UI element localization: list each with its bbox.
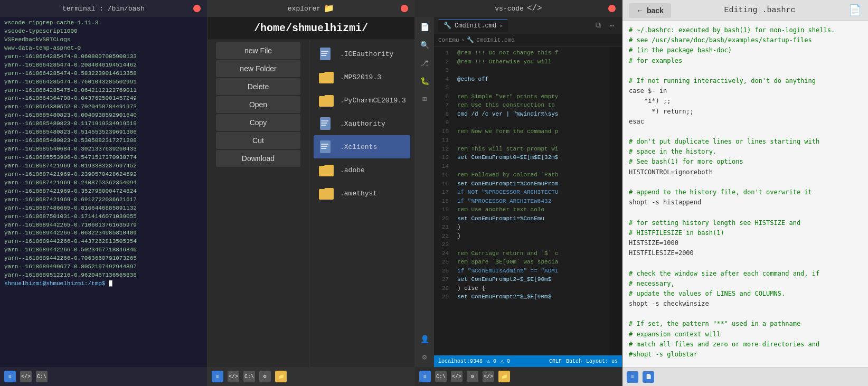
code-line: @rem !!! Do not change this f — [457, 49, 605, 58]
explorer-path: /home/shmuelhizmi/ — [207, 17, 414, 40]
explorer-footer-icon1[interactable]: ≡ — [212, 371, 223, 382]
notepad-content[interactable]: # ~/.bashrc: executed by bash(1) for non… — [622, 21, 868, 367]
svg-rect-2 — [321, 53, 327, 54]
svg-rect-6 — [321, 123, 327, 124]
explorer-titlebar: explorer 📁 — [207, 0, 414, 17]
list-item[interactable]: .ICEauthority — [314, 42, 410, 65]
terminal-line: yarn--1618685540684-0.3021337639260433 — [4, 145, 203, 154]
code-line: rem Use this construction to — [457, 101, 605, 110]
notepad-file-icon[interactable]: 📄 — [643, 371, 654, 383]
download-button[interactable]: Download — [216, 150, 300, 167]
breadcrumb-conemnu: ConEmu — [438, 37, 459, 43]
terminal-line: yarn--1618685480823-0.0040938592901640 — [4, 111, 203, 120]
copy-button[interactable]: Copy — [216, 114, 300, 131]
vscode-close-dot[interactable] — [608, 5, 616, 12]
terminal-title: terminal : /bin/bash — [62, 5, 145, 13]
explorer-footer-icon2[interactable]: </> — [228, 371, 239, 382]
explorer-footer-icon3[interactable]: C:\ — [243, 371, 255, 382]
vscode-footer-icon2[interactable]: C:\ — [435, 371, 447, 382]
terminal-lines-icon[interactable]: ≡ — [4, 371, 16, 382]
vscode-panel: vs-code </> 📄 🔍 ⎇ 🐛 ⊞ 👤 ⚙ 🔧 CmdInit.cmd … — [415, 0, 622, 386]
file-name: .Xclients — [340, 143, 406, 151]
explorer-footer-icon5[interactable]: 📁 — [275, 371, 287, 382]
code-line: ) else { — [457, 284, 605, 293]
notepad-panel: ← back Editing .bashrc 📄 # ~/.bashrc: ex… — [622, 0, 868, 386]
new-file-button[interactable]: new File — [216, 42, 300, 59]
code-line — [457, 162, 605, 171]
vscode-footer-icon1[interactable]: ≡ — [419, 371, 431, 382]
vscode-footer-icon3[interactable]: </> — [451, 371, 463, 382]
extensions-sidebar-icon[interactable]: ⊞ — [419, 93, 430, 105]
terminal-line: yarn--1618685553906-0.5471517370938774 — [4, 154, 203, 162]
cut-button[interactable]: Cut — [216, 132, 300, 149]
settings-sidebar-icon[interactable]: ⚙ — [419, 351, 430, 363]
terminal-line: yarn--1618689442266-0.7063660791073265 — [4, 255, 203, 263]
explorer-close-dot[interactable] — [401, 5, 408, 12]
file-doc-icon — [318, 46, 335, 61]
code-line — [457, 83, 605, 92]
terminal-line: yarn--1618687486665-0.8166446885891132 — [4, 204, 203, 213]
open-button[interactable]: Open — [216, 96, 300, 113]
vscode-tab-cmdinit[interactable]: 🔧 CmdInit.cmd ✕ — [438, 19, 508, 32]
terminal-code-icon[interactable]: </> — [20, 371, 32, 382]
list-item[interactable]: .amethyst — [314, 182, 410, 205]
terminal-line: yarn--1618664285474-0.5832239014613358 — [4, 70, 203, 78]
search-sidebar-icon[interactable]: 🔍 — [419, 39, 430, 51]
list-item[interactable]: .adobe — [314, 158, 410, 182]
notepad-line: # expansion context will — [629, 329, 862, 340]
code-line: if NOT "%PROCESSOR_ARCHITECTU — [457, 188, 605, 197]
notepad-footer: ≡ 📄 — [622, 367, 868, 386]
notepad-line: # see /usr/share/doc/bash/examples/start… — [629, 35, 862, 45]
list-item[interactable]: .MPS2019.3 — [314, 65, 410, 89]
list-item[interactable]: .Xclients — [314, 135, 410, 158]
notepad-footer-icon1[interactable]: ≡ — [627, 371, 638, 383]
back-button-label: back — [647, 6, 664, 15]
terminal-line: yarn--1618687421969-0.2408753362354094 — [4, 179, 203, 187]
terminal-cmd-icon[interactable]: C:\ — [36, 371, 48, 382]
breadcrumb-file: 🔧 CmdInit.cmd — [467, 36, 515, 43]
list-item[interactable]: .Xauthority — [314, 112, 410, 135]
notepad-line: # If not running interactively, don't do… — [629, 76, 862, 86]
back-button[interactable]: ← back — [629, 3, 671, 18]
vscode-footer-icon4[interactable]: ⚙ — [467, 371, 478, 382]
notepad-line: *) return;; — [629, 107, 862, 117]
code-line: set ConEmuPrompt2=$_$E[90m$ — [457, 275, 605, 284]
tab-close-button[interactable]: ✕ — [499, 23, 503, 29]
notepad-titlebar: ← back Editing .bashrc 📄 — [622, 0, 868, 21]
statusbar-errors: △ 0 — [501, 358, 510, 364]
svg-rect-5 — [321, 120, 328, 121]
folder-icon — [318, 186, 335, 201]
svg-rect-11 — [321, 148, 326, 149]
vscode-statusbar: localhost:9348 ⚠ 0 △ 0 CRLF Batch Layout… — [434, 355, 622, 367]
notepad-line: *i*) ;; — [629, 96, 862, 106]
new-folder-button[interactable]: new Folder — [216, 60, 300, 77]
terminal-line: yarn--1618664380552-0.7020450784491973 — [4, 103, 203, 111]
delete-button[interactable]: Delete — [216, 78, 300, 95]
user-sidebar-icon[interactable]: 👤 — [419, 333, 430, 345]
vscode-main: 📄 🔍 ⎇ 🐛 ⊞ 👤 ⚙ 🔧 CmdInit.cmd ✕ ⧉ ⋯ ConEmu — [415, 17, 622, 367]
terminal-line: yarn--1618689512216-0.9620467136565838 — [4, 271, 203, 280]
notepad-line: case $- in — [629, 86, 862, 96]
code-line: rem This will start prompt wi — [457, 145, 605, 154]
vscode-footer-icon6[interactable]: 📁 — [498, 371, 510, 382]
tab-icon: 🔧 — [444, 22, 451, 30]
list-item[interactable]: .PyCharmCE2019.3 — [314, 89, 410, 112]
split-editor-icon[interactable]: ⧉ — [592, 20, 604, 31]
notepad-line: # If set, the pattern "**" used in a pat… — [629, 319, 862, 329]
terminal-close-dot[interactable] — [193, 5, 201, 12]
vscode-footer-icon5[interactable]: </> — [483, 371, 494, 382]
code-line: rem Spare `$E[90m` was specia — [457, 258, 605, 267]
terminal-line: vscode-ripgrep-cache-1.11.3 — [4, 19, 203, 27]
terminal-line: yarn--1618664285474-0.0608007005900133 — [4, 53, 203, 61]
svg-rect-9 — [321, 144, 328, 145]
more-actions-icon[interactable]: ⋯ — [606, 20, 618, 31]
file-name: .adobe — [340, 166, 406, 174]
code-line: rem Carriage return and `$` c — [457, 249, 605, 258]
terminal-line: yarn--1618687421969-0.2390570428624592 — [4, 171, 203, 179]
debug-sidebar-icon[interactable]: 🐛 — [419, 75, 430, 87]
git-sidebar-icon[interactable]: ⎇ — [419, 57, 430, 69]
explorer-sidebar-icon[interactable]: 📄 — [419, 21, 430, 33]
terminal-line: yarn--1618687421969-0.3527980004724824 — [4, 187, 203, 196]
code-line: set ConEmuPrompt1=%ConEmuProm — [457, 180, 605, 189]
explorer-footer-icon4[interactable]: ⚙ — [259, 371, 271, 382]
